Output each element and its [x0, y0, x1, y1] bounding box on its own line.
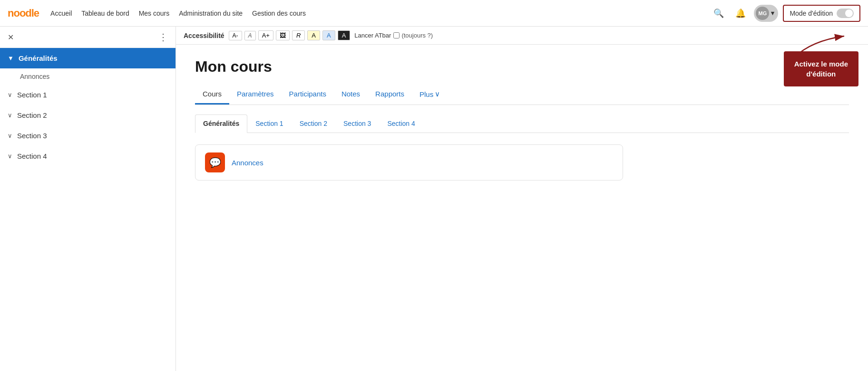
subtab-section4[interactable]: Section 4 [379, 114, 423, 133]
activate-edit-label: Activez le moded'édition [794, 60, 848, 78]
sidebar-item-label: Section 3 [17, 132, 47, 140]
sidebar-item-section3[interactable]: ∨ Section 3 [0, 125, 176, 146]
nav-admin-site[interactable]: Administration du site [179, 10, 243, 17]
subtab-section3[interactable]: Section 3 [335, 114, 379, 133]
announcement-card: 💬 Annonces [195, 144, 623, 181]
nav-gestion-cours[interactable]: Gestion des cours [252, 10, 306, 17]
sidebar-item-label: Section 4 [17, 152, 47, 160]
launch-atbar-button[interactable]: Lancer ATbar [354, 32, 391, 39]
tab-notes[interactable]: Notes [334, 85, 368, 105]
image-icon: 🖼 [280, 32, 286, 39]
chevron-right-icon: ∨ [8, 152, 12, 160]
always-checkbox[interactable] [393, 32, 400, 38]
tab-rapports[interactable]: Rapports [368, 85, 412, 105]
edit-mode-button[interactable]: Mode d'édition [783, 5, 860, 22]
sidebar: ✕ ⋮ ▼ Généralités Annonces ∨ Section 1 ∨… [0, 27, 176, 371]
acc-image-btn[interactable]: 🖼 [276, 30, 290, 40]
sidebar-item-label: Généralités [19, 54, 58, 62]
sidebar-item-section4[interactable]: ∨ Section 4 [0, 146, 176, 166]
user-menu-button[interactable]: MG ▾ [754, 5, 778, 22]
chevron-right-icon: ∨ [8, 91, 12, 98]
subtab-section2[interactable]: Section 2 [292, 114, 335, 133]
topnav: noodle Accueil Tableau de bord Mes cours… [0, 0, 868, 27]
subtab-section1[interactable]: Section 1 [247, 114, 291, 133]
main-tabs: Cours Paramètres Participants Notes Rapp… [195, 85, 849, 105]
search-icon: 🔍 [713, 8, 724, 19]
accessibility-bar: Accessibilité A- A A+ 🖼 R A A A Lancer A… [176, 27, 868, 45]
acc-blue-theme[interactable]: A [322, 30, 335, 40]
course-area: Mon cours Cours Paramètres Participants … [176, 45, 868, 192]
bell-icon: 🔔 [735, 8, 746, 19]
subtab-generalites[interactable]: Généralités [195, 114, 247, 133]
logo: noodle [8, 7, 39, 19]
acc-increase-font[interactable]: A+ [258, 30, 273, 40]
accessibility-label: Accessibilité [184, 32, 224, 39]
tab-plus[interactable]: Plus ∨ [412, 85, 448, 105]
tab-plus-label: Plus [419, 90, 433, 98]
section-content: 💬 Annonces [195, 133, 849, 192]
notifications-button[interactable]: 🔔 [732, 5, 749, 22]
nav-mes-cours[interactable]: Mes cours [139, 10, 170, 17]
acc-black-theme[interactable]: A [338, 30, 351, 40]
tab-cours[interactable]: Cours [195, 85, 229, 105]
chevron-down-icon: ▾ [771, 10, 774, 17]
chevron-right-icon: ∨ [8, 132, 12, 139]
main-content: Accessibilité A- A A+ 🖼 R A A A Lancer A… [176, 27, 868, 371]
sidebar-header: ✕ ⋮ [0, 27, 176, 48]
acc-decrease-font[interactable]: A- [229, 31, 242, 40]
avatar: MG [756, 7, 769, 20]
sidebar-subitem-annonces[interactable]: Annonces [0, 68, 176, 85]
chevron-down-icon: ∨ [435, 90, 440, 98]
sidebar-item-label: Section 1 [17, 91, 47, 99]
sidebar-item-generalites[interactable]: ▼ Généralités [0, 48, 176, 68]
toggle-switch[interactable] [837, 9, 854, 18]
activate-edit-box[interactable]: Activez le moded'édition [784, 51, 858, 86]
nav-accueil[interactable]: Accueil [50, 10, 72, 17]
chevron-right-icon: ∨ [8, 112, 12, 119]
annonces-link[interactable]: Annonces [232, 159, 263, 167]
acc-yellow-theme[interactable]: A [307, 30, 320, 40]
sidebar-menu-button[interactable]: ⋮ [158, 31, 168, 43]
acc-reset-font[interactable]: A [244, 31, 256, 40]
acc-readable-btn[interactable]: R [292, 30, 305, 40]
sidebar-item-section1[interactable]: ∨ Section 1 [0, 85, 176, 105]
course-title: Mon cours [195, 58, 849, 76]
chevron-down-icon: ▼ [8, 55, 14, 62]
always-label: (toujours ?) [401, 32, 433, 39]
forum-icon: 💬 [209, 157, 221, 168]
sub-tabs: Généralités Section 1 Section 2 Section … [195, 114, 849, 133]
edit-mode-label: Mode d'édition [790, 10, 833, 17]
nav-tableau-de-bord[interactable]: Tableau de bord [81, 10, 129, 17]
announce-icon: 💬 [205, 152, 225, 172]
tab-parametres[interactable]: Paramètres [229, 85, 282, 105]
sidebar-item-section2[interactable]: ∨ Section 2 [0, 105, 176, 125]
sidebar-item-label: Section 2 [17, 111, 47, 119]
tab-participants[interactable]: Participants [282, 85, 334, 105]
sidebar-close-button[interactable]: ✕ [8, 33, 14, 42]
always-checkbox-label[interactable]: (toujours ?) [393, 32, 433, 39]
search-button[interactable]: 🔍 [710, 5, 727, 22]
